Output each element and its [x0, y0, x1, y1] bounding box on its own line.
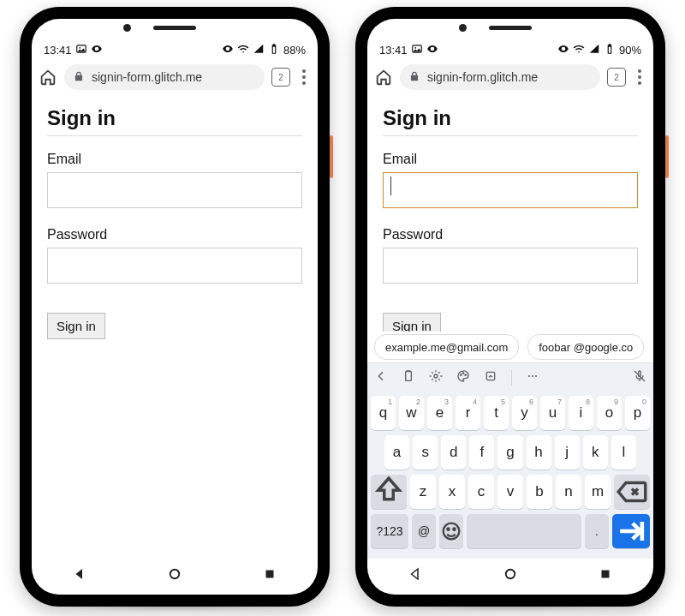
kb-back-icon[interactable] [374, 369, 388, 386]
key-v[interactable]: v [497, 475, 523, 509]
nav-home-icon[interactable] [503, 566, 518, 585]
key-l[interactable]: l [611, 435, 636, 469]
suggestion-row: example.me@gmail.comfoobar @google.co [367, 332, 653, 363]
android-nav-bar [367, 559, 653, 593]
key-x[interactable]: x [439, 475, 465, 509]
key-label: k [592, 444, 599, 461]
key-label: t [494, 404, 498, 422]
svg-point-14 [535, 375, 537, 377]
battery-pct: 88% [283, 44, 306, 57]
nav-recent-icon[interactable] [598, 566, 613, 585]
key-label: g [506, 444, 514, 461]
key-a[interactable]: a [384, 435, 409, 469]
dot-key[interactable]: . [585, 514, 609, 548]
tab-switcher[interactable]: 2 [271, 68, 290, 87]
nav-recent-icon[interactable] [262, 566, 277, 585]
password-field[interactable] [383, 248, 638, 284]
key-t[interactable]: t5 [484, 396, 509, 430]
key-e[interactable]: e3 [427, 396, 452, 430]
home-icon[interactable] [374, 68, 393, 87]
status-left: 13:41 [44, 43, 103, 57]
key-q[interactable]: q1 [371, 396, 396, 430]
separator [511, 370, 512, 386]
url-bar[interactable]: signin-form.glitch.me [400, 64, 600, 90]
key-m[interactable]: m [585, 475, 611, 509]
key-alt: 4 [473, 398, 477, 406]
key-y[interactable]: y6 [512, 396, 537, 430]
gear-icon[interactable] [429, 369, 443, 386]
key-d[interactable]: d [441, 435, 466, 469]
key-p[interactable]: p0 [625, 396, 650, 430]
key-label: b [535, 483, 543, 500]
symbols-key[interactable]: ?123 [371, 514, 408, 548]
key-s[interactable]: s [413, 435, 438, 469]
key-f[interactable]: f [469, 435, 494, 469]
sticker-icon[interactable] [484, 369, 497, 386]
key-alt: 2 [416, 398, 420, 406]
tab-count: 2 [614, 73, 619, 82]
screenshot-icon [75, 43, 87, 57]
key-n[interactable]: n [556, 475, 581, 509]
nav-home-icon[interactable] [167, 566, 182, 585]
email-field[interactable] [383, 172, 638, 208]
svg-point-17 [447, 529, 449, 530]
home-icon[interactable] [39, 68, 57, 87]
key-alt: 9 [614, 398, 618, 406]
svg-point-8 [461, 374, 462, 375]
key-k[interactable]: k [583, 435, 608, 469]
key-w[interactable]: w2 [399, 396, 424, 430]
key-label: @ [418, 524, 430, 538]
mic-off-icon[interactable] [633, 369, 646, 386]
svg-point-13 [532, 375, 533, 377]
key-u[interactable]: u7 [540, 396, 565, 430]
space-key[interactable] [467, 514, 581, 548]
email-field[interactable] [47, 172, 302, 208]
key-label: m [592, 483, 604, 500]
backspace-key[interactable] [614, 475, 650, 509]
key-o[interactable]: o9 [597, 396, 622, 430]
submit-button-label: Sign in [57, 319, 96, 333]
password-label: Password [47, 227, 302, 242]
submit-button-cut[interactable]: Sign in [383, 313, 638, 332]
android-nav-bar [32, 559, 318, 593]
key-j[interactable]: j [555, 435, 580, 469]
phone-shadow [51, 600, 299, 612]
email-label: Email [383, 152, 638, 167]
submit-button[interactable]: Sign in [47, 313, 105, 339]
go-key[interactable] [612, 514, 650, 548]
lock-icon [73, 70, 85, 85]
overflow-menu-icon[interactable] [633, 69, 646, 85]
text-cursor [390, 176, 391, 195]
key-label: e [436, 404, 444, 422]
key-label: p [634, 404, 641, 422]
svg-point-18 [453, 529, 455, 530]
status-bar: 13:41 90% [367, 39, 653, 60]
shift-key[interactable] [371, 475, 407, 509]
password-field[interactable] [47, 248, 302, 284]
key-label: n [564, 483, 572, 500]
key-b[interactable]: b [527, 475, 552, 509]
key-g[interactable]: g [497, 435, 522, 469]
speaker [153, 26, 196, 30]
tab-switcher[interactable]: 2 [607, 68, 626, 87]
page-content: Sign in Email Password Sign in [32, 94, 318, 348]
palette-icon[interactable] [456, 369, 470, 386]
nav-back-icon[interactable] [408, 566, 423, 585]
key-r[interactable]: r4 [456, 396, 480, 430]
key-alt: 6 [529, 398, 533, 406]
overflow-menu-icon[interactable] [297, 69, 311, 85]
key-i[interactable]: i8 [569, 396, 593, 430]
key-z[interactable]: z [410, 475, 436, 509]
clipboard-icon[interactable] [402, 369, 415, 386]
key-c[interactable]: c [468, 475, 494, 509]
more-icon[interactable] [526, 369, 539, 386]
svg-point-9 [462, 373, 463, 374]
autofill-suggestion[interactable]: foobar @google.co [527, 334, 644, 360]
nav-back-icon[interactable] [72, 566, 87, 585]
key-h[interactable]: h [527, 435, 551, 469]
at-key[interactable]: @ [412, 514, 436, 548]
url-bar[interactable]: signin-form.glitch.me [64, 64, 265, 90]
emoji-key[interactable] [439, 514, 463, 548]
autofill-suggestion[interactable]: example.me@gmail.com [374, 334, 519, 360]
key-label: v [507, 483, 515, 500]
